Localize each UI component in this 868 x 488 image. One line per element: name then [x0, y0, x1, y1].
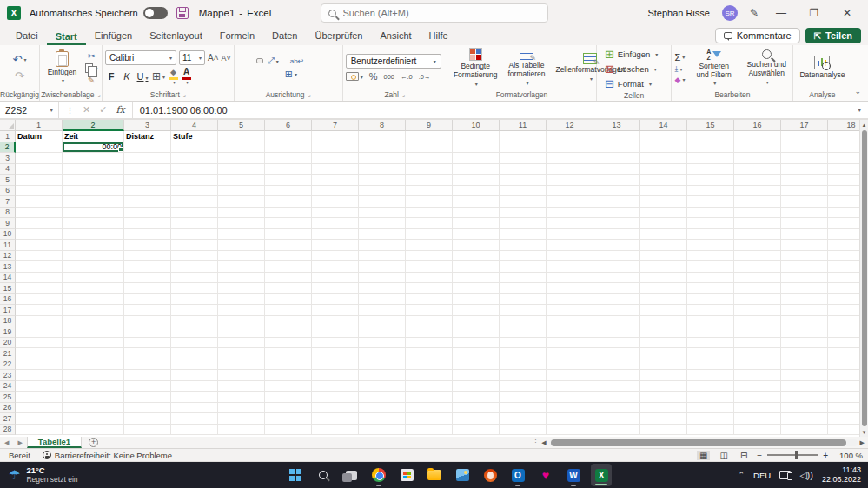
grid-cell-r23c2[interactable] [63, 370, 124, 381]
column-header-13[interactable]: 13 [593, 120, 640, 131]
column-header-1[interactable]: 1 [16, 120, 63, 131]
grid-cell-r19c2[interactable] [63, 326, 124, 338]
percent-format-button[interactable]: % [369, 71, 378, 82]
grid-cell-r19c17[interactable] [781, 326, 828, 338]
tab-seitenlayout[interactable]: Seitenlayout [141, 28, 211, 45]
grid-cell-r18c1[interactable] [16, 316, 63, 327]
grid-cell-r16c3[interactable] [124, 294, 171, 306]
next-sheet-icon[interactable]: ▶ [13, 439, 26, 446]
grid-cell-r1c12[interactable] [547, 131, 593, 142]
grid-cell-r20c5[interactable] [218, 338, 265, 349]
grid-cell-r4c7[interactable] [312, 164, 359, 175]
grid-cell-r26c2[interactable] [63, 403, 124, 414]
grid-cell-r3c16[interactable] [734, 153, 781, 164]
hidden-icons-chevron[interactable]: ⌃ [739, 471, 745, 479]
grid-cell-r23c17[interactable] [781, 370, 828, 381]
grid-cell-r27c7[interactable] [312, 413, 359, 425]
grid-cell-r4c17[interactable] [781, 164, 828, 175]
grid-cell-r3c3[interactable] [124, 153, 171, 164]
grid-cell-r27c6[interactable] [265, 413, 312, 425]
grid-cell-r2c4[interactable] [171, 142, 218, 154]
grid-cell-r10c17[interactable] [781, 229, 828, 241]
conditional-formatting-button[interactable]: Bedingte Formatierung [450, 48, 501, 87]
grid-cell-r6c5[interactable] [218, 186, 265, 197]
grid-cell-r23c5[interactable] [218, 370, 265, 381]
grid-cell-r19c16[interactable] [734, 326, 781, 338]
grid-cell-r17c5[interactable] [218, 305, 265, 316]
grid-cell-r26c15[interactable] [687, 403, 734, 414]
grid-cell-r11c15[interactable] [687, 240, 734, 251]
grid-cell-r4c18[interactable] [828, 164, 859, 175]
row-header-21[interactable]: 21 [0, 348, 16, 359]
grid-cell-r18c10[interactable] [453, 316, 500, 327]
weather-widget[interactable]: ☂ 21°C Regen setzt ein [0, 466, 78, 485]
grow-font-button[interactable]: A˄ [208, 53, 219, 63]
row-header-25[interactable]: 25 [0, 392, 16, 403]
grid-cell-r3c4[interactable] [171, 153, 218, 164]
grid-cell-r25c14[interactable] [640, 392, 687, 403]
grid-cell-r15c7[interactable] [312, 283, 359, 294]
grid-cell-r12c12[interactable] [547, 251, 593, 262]
grid-cell-r5c4[interactable] [171, 175, 218, 186]
zoom-out-button[interactable]: − [757, 451, 762, 460]
grid-cell-r3c1[interactable] [16, 153, 63, 164]
grid-cell-r19c18[interactable] [828, 326, 859, 338]
office-button[interactable] [480, 464, 500, 486]
grid-cell-r11c9[interactable] [406, 240, 453, 251]
row-header-3[interactable]: 3 [0, 153, 16, 164]
grid-cell-r12c9[interactable] [406, 251, 453, 262]
grid-cell-r20c7[interactable] [312, 338, 359, 349]
grid-cell-r5c13[interactable] [593, 175, 640, 186]
grid-cell-r15c9[interactable] [406, 283, 453, 294]
grid-cell-r25c10[interactable] [453, 392, 500, 403]
grid-cell-r26c7[interactable] [312, 403, 359, 414]
grid-cell-r26c10[interactable] [453, 403, 500, 414]
grid-cell-r5c10[interactable] [453, 175, 500, 186]
grid-cell-r21c2[interactable] [63, 348, 124, 359]
grid-cell-r12c2[interactable] [63, 251, 124, 262]
merge-center-button[interactable]: ⊞ [285, 69, 297, 80]
grid-cell-r16c15[interactable] [687, 294, 734, 306]
grid-cell-r28c16[interactable] [734, 425, 781, 436]
grid-cell-r22c3[interactable] [124, 359, 171, 371]
grid-cell-r4c12[interactable] [547, 164, 593, 175]
grid-cell-r8c1[interactable] [16, 208, 63, 219]
comments-button[interactable]: Kommentare [715, 28, 800, 43]
grid-cell-r2c12[interactable] [547, 142, 593, 154]
grid-cell-r26c9[interactable] [406, 403, 453, 414]
grid-cell-r23c15[interactable] [687, 370, 734, 381]
grid-cell-r8c13[interactable] [593, 208, 640, 219]
row-header-17[interactable]: 17 [0, 305, 16, 316]
grid-cell-r15c13[interactable] [593, 283, 640, 294]
taskbar-search-button[interactable] [313, 464, 334, 486]
grid-cell-r22c8[interactable] [359, 359, 406, 371]
grid-cell-r10c16[interactable] [734, 229, 781, 241]
grid-cell-r23c12[interactable] [547, 370, 593, 381]
grid-cell-r4c9[interactable] [406, 164, 453, 175]
grid-cell-r1c6[interactable] [265, 131, 312, 142]
row-header-28[interactable]: 28 [0, 425, 16, 436]
grid-cell-r24c1[interactable] [16, 381, 63, 392]
grid-cell-r10c18[interactable] [828, 229, 859, 241]
grid-cell-r16c1[interactable] [16, 294, 63, 306]
grid-cell-r17c17[interactable] [781, 305, 828, 316]
grid-cell-r6c13[interactable] [593, 186, 640, 197]
grid-cell-r9c7[interactable] [312, 218, 359, 229]
delete-cells-button[interactable]: ⊠Löschen [605, 63, 657, 76]
grid-cell-r26c3[interactable] [124, 403, 171, 414]
grid-cell-r27c16[interactable] [734, 413, 781, 425]
grid-cell-r7c13[interactable] [593, 196, 640, 208]
grid-cell-r5c11[interactable] [500, 175, 547, 186]
avatar[interactable]: SR [722, 5, 738, 21]
tab-datei[interactable]: Datei [7, 28, 47, 45]
align-middle-button[interactable] [247, 59, 252, 63]
grid-cell-r12c14[interactable] [640, 251, 687, 262]
grid-cell-r6c18[interactable] [828, 186, 859, 197]
grid-cell-r20c1[interactable] [16, 338, 63, 349]
select-all-corner[interactable] [0, 120, 16, 131]
grid-cell-r25c3[interactable] [124, 392, 171, 403]
grid-cell-r25c1[interactable] [16, 392, 63, 403]
grid-cell-r27c10[interactable] [453, 413, 500, 425]
tab-start[interactable]: Start [47, 29, 86, 46]
search-bar[interactable] [321, 3, 548, 23]
